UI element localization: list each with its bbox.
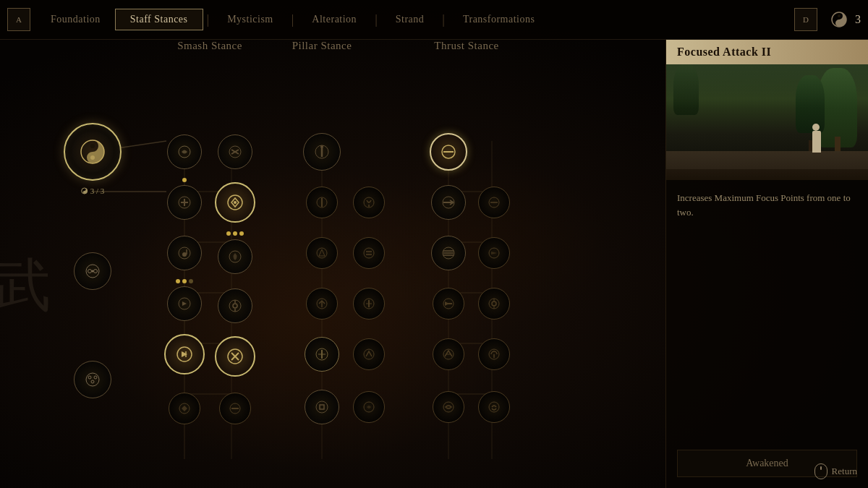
- svg-point-21: [90, 144, 95, 148]
- svg-point-37: [182, 252, 187, 257]
- yinyang-icon: [80, 139, 106, 165]
- smash-stance-header: Smash Stance: [177, 40, 242, 52]
- main-content: Smash Stance Pillar Stance Thrust Stance: [0, 40, 868, 488]
- return-button[interactable]: Return: [814, 463, 857, 479]
- svg-point-25: [88, 270, 92, 273]
- thrust-node-5-2[interactable]: [478, 338, 510, 370]
- smash-node-3-1[interactable]: [167, 236, 202, 270]
- nav-alteration[interactable]: Alteration: [297, 9, 371, 30]
- node-pip: [176, 279, 193, 283]
- pillar-right-node-4[interactable]: [353, 288, 385, 320]
- pillar-node-2[interactable]: [306, 187, 338, 218]
- smash-node-6-1[interactable]: [169, 393, 200, 424]
- nav-sep-3: |: [371, 12, 381, 27]
- nav-mysticism[interactable]: Mysticism: [213, 9, 288, 30]
- svg-point-31: [91, 380, 94, 383]
- panel-title: Focused Attack II: [666, 40, 868, 64]
- svg-point-29: [88, 376, 91, 379]
- mouse-icon: [814, 463, 827, 479]
- thrust-node-6-1[interactable]: [433, 391, 464, 423]
- skill-tree-area: Smash Stance Pillar Stance Thrust Stance: [0, 40, 665, 488]
- svg-point-27: [92, 270, 94, 273]
- svg-point-30: [94, 376, 97, 379]
- main-skill-node[interactable]: 3 / 3: [64, 123, 122, 181]
- pillar-stance-header: Pillar Stance: [292, 40, 352, 52]
- focus-count: 3: [855, 13, 861, 26]
- svg-point-26: [94, 270, 98, 273]
- pillar-right-node-3[interactable]: [353, 237, 385, 269]
- navbar: A Foundation Staff Stances | Mysticism |…: [0, 0, 868, 40]
- node-pip: [182, 178, 187, 182]
- svg-point-50: [233, 304, 237, 308]
- smash-node-5-1[interactable]: [164, 334, 205, 374]
- nav-sep-1: |: [203, 12, 213, 27]
- thrust-node-6-2[interactable]: [478, 391, 510, 423]
- svg-point-72: [364, 248, 374, 258]
- smash-node-4-1[interactable]: [167, 286, 202, 321]
- secondary-skill-node-2[interactable]: [74, 361, 111, 398]
- nav-foundation[interactable]: Foundation: [36, 9, 115, 30]
- scene-figure-body: [812, 131, 821, 153]
- thrust-node-3-2[interactable]: [478, 237, 510, 269]
- pillar-node-3[interactable]: [306, 237, 338, 269]
- nav-strand[interactable]: Strand: [381, 9, 439, 30]
- nav-sep-2: |: [288, 12, 298, 27]
- secondary-skill-node-1[interactable]: [74, 252, 111, 290]
- smash-node-6-2[interactable]: [219, 393, 251, 424]
- thrust-stance-header: Thrust Stance: [434, 40, 498, 52]
- pillar-node-4[interactable]: [306, 288, 338, 320]
- svg-point-1: [838, 14, 841, 17]
- pillar-right-node-2[interactable]: [353, 187, 385, 218]
- svg-point-28: [86, 373, 99, 386]
- nav-sep-4: |: [438, 12, 448, 27]
- smash-node-2-2[interactable]: [215, 182, 255, 223]
- thrust-node-1-1[interactable]: [430, 133, 467, 171]
- svg-point-69: [316, 401, 328, 413]
- nav-transformations[interactable]: Transformations: [448, 9, 550, 30]
- skill-icon-2: [85, 263, 101, 279]
- pillar-right-node-5[interactable]: [353, 338, 385, 370]
- panel-description: Increases Maximum Focus Points from one …: [666, 180, 868, 439]
- focus-icon: [829, 9, 849, 30]
- scene-figure-head: [812, 124, 820, 131]
- nav-btn-a[interactable]: A: [7, 8, 30, 31]
- svg-point-2: [838, 22, 841, 25]
- thrust-node-3-1[interactable]: [431, 236, 466, 270]
- thrust-node-4-2[interactable]: [478, 288, 510, 320]
- scene-illustration: [666, 64, 868, 180]
- skill-icon-3: [85, 372, 101, 388]
- pillar-node-6[interactable]: [305, 390, 339, 424]
- nav-btn-d[interactable]: D: [794, 8, 817, 31]
- pillar-right-node-6[interactable]: [353, 391, 385, 423]
- nav-items: Foundation Staff Stances | Mysticism | A…: [36, 9, 794, 30]
- svg-point-22: [90, 155, 95, 160]
- smash-node-3-2[interactable]: [218, 239, 252, 274]
- smash-node-1-1[interactable]: [167, 134, 202, 169]
- thrust-node-5-1[interactable]: [433, 338, 464, 370]
- nav-right: D 3: [794, 8, 861, 31]
- svg-point-103: [489, 402, 499, 412]
- thrust-node-4-1[interactable]: [433, 288, 464, 320]
- svg-point-47: [234, 201, 237, 204]
- scene-mist: [666, 151, 868, 169]
- smash-node-4-2[interactable]: [218, 288, 252, 323]
- nav-staff-stances[interactable]: Staff Stances: [115, 9, 203, 30]
- panel-image: [666, 64, 868, 180]
- svg-point-98: [492, 301, 496, 306]
- right-panel: Focused Attack II Incre: [665, 40, 868, 488]
- smash-node-5-2[interactable]: [215, 336, 255, 377]
- smash-node-2-1[interactable]: [167, 185, 202, 220]
- svg-point-60: [320, 145, 323, 148]
- pillar-node-1[interactable]: [303, 133, 341, 171]
- scene-sky: [666, 64, 868, 108]
- smash-node-1-2[interactable]: [218, 134, 252, 169]
- node-pip: [226, 231, 244, 236]
- thrust-node-2-1[interactable]: [431, 185, 466, 220]
- pillar-node-5[interactable]: [305, 337, 339, 372]
- main-skill-counter: 3 / 3: [81, 187, 105, 195]
- thrust-node-2-2[interactable]: [478, 187, 510, 218]
